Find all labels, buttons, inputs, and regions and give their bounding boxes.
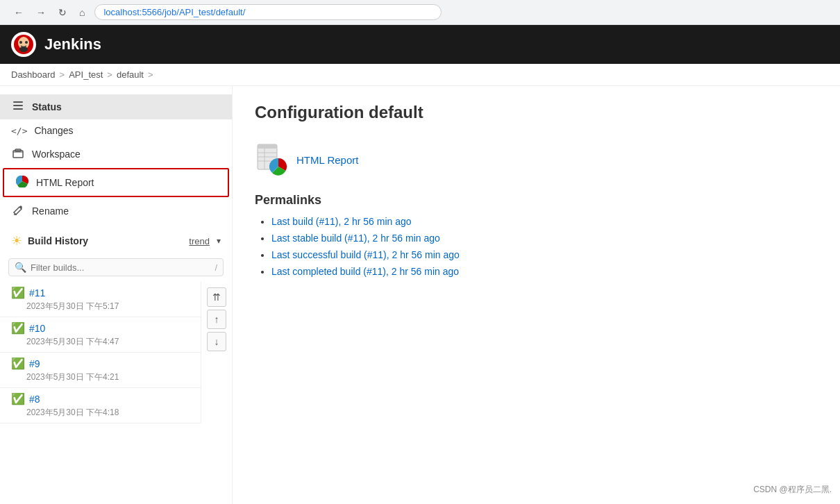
report-icon — [255, 143, 288, 176]
svg-rect-6 — [13, 105, 23, 106]
build-num-label-9: #9 — [29, 358, 40, 369]
build-status-success-icon-8: ✅ — [11, 392, 25, 405]
chevron-down-icon: ▾ — [217, 236, 221, 246]
breadcrumb-dashboard[interactable]: Dashboard — [11, 69, 56, 80]
build-number-10: ✅ #10 — [11, 321, 190, 335]
build-item-10[interactable]: ✅ #10 2023年5月30日 下午4:47 — [0, 317, 201, 353]
scroll-up-button[interactable]: ↑ — [207, 310, 226, 329]
permalink-item-2: Last successful build (#11), 2 hr 56 min… — [271, 249, 818, 260]
svg-point-4 — [25, 41, 28, 44]
rename-icon — [11, 204, 25, 218]
address-bar[interactable]: localhost:5566/job/API_test/default/ — [94, 4, 442, 20]
breadcrumb-sep-2: > — [107, 69, 112, 80]
permalink-item-1: Last stable build (#11), 2 hr 56 min ago — [271, 233, 818, 244]
filter-builds-input[interactable] — [31, 262, 215, 273]
build-date-9: 2023年5月30日 下午4:21 — [26, 371, 190, 383]
scroll-down-button[interactable]: ↓ — [207, 332, 226, 351]
sidebar-item-workspace[interactable]: Workspace — [0, 142, 232, 167]
browser-bar: ← → ↻ ⌂ localhost:5566/job/API_test/defa… — [0, 0, 840, 25]
build-number-8: ✅ #8 — [11, 392, 190, 405]
workspace-icon — [11, 147, 25, 161]
jenkins-title: Jenkins — [44, 35, 101, 53]
sidebar-label-changes: Changes — [34, 125, 73, 136]
html-report-icon — [15, 175, 29, 190]
html-report-link[interactable]: HTML Report — [296, 154, 358, 166]
build-date-8: 2023年5月30日 下午4:18 — [26, 407, 190, 419]
build-num-label: #11 — [29, 287, 45, 299]
build-history-header: ☀ Build History trend ▾ — [0, 226, 232, 255]
svg-rect-7 — [13, 108, 23, 110]
breadcrumb-default[interactable]: default — [117, 69, 144, 80]
sidebar-label-rename: Rename — [32, 205, 69, 217]
build-item-9[interactable]: ✅ #9 2023年5月30日 下午4:21 — [0, 353, 201, 388]
trend-link[interactable]: trend — [189, 236, 210, 246]
breadcrumb: Dashboard > API_test > default > — [0, 64, 840, 86]
filter-builds-container: 🔍 / — [8, 258, 224, 276]
build-item-8[interactable]: ✅ #8 2023年5月30日 下午4:18 — [0, 388, 201, 423]
sidebar-label-html-report: HTML Report — [36, 177, 94, 188]
search-icon: 🔍 — [15, 262, 26, 273]
sidebar-label-workspace: Workspace — [32, 149, 81, 160]
permalinks-title: Permalinks — [255, 193, 818, 208]
jenkins-header: Jenkins — [0, 25, 840, 64]
build-date-11: 2023年5月30日 下午5:17 — [26, 301, 190, 312]
nav-back-button[interactable]: ← — [11, 6, 26, 19]
jenkins-logo — [11, 32, 36, 57]
breadcrumb-sep-3: > — [148, 69, 153, 80]
builds-area: ✅ #11 2023年5月30日 下午5:17 ✅ #10 2023年5月30日… — [0, 282, 232, 423]
build-status-success-icon: ✅ — [11, 286, 25, 299]
build-history-title: Build History — [28, 235, 183, 246]
build-number-9: ✅ #9 — [11, 357, 190, 370]
content-area: Configuration default — [233, 86, 840, 504]
builds-list: ✅ #11 2023年5月30日 下午5:17 ✅ #10 2023年5月30日… — [0, 282, 201, 423]
build-item-11[interactable]: ✅ #11 2023年5月30日 下午5:17 — [0, 282, 201, 317]
sidebar: Status </> Changes Workspace — [0, 86, 233, 504]
changes-icon: </> — [11, 126, 27, 136]
scroll-top-button[interactable]: ⇈ — [207, 287, 226, 307]
sidebar-item-status[interactable]: Status — [0, 94, 232, 119]
build-num-label-8: #8 — [29, 394, 40, 405]
sidebar-label-status: Status — [32, 101, 62, 112]
build-num-label-10: #10 — [29, 323, 45, 334]
build-status-success-icon-9: ✅ — [11, 357, 25, 370]
nav-forward-button[interactable]: → — [33, 6, 49, 19]
build-history-sun-icon: ☀ — [11, 233, 22, 249]
page-title: Configuration default — [255, 103, 818, 122]
nav-refresh-button[interactable]: ↻ — [56, 6, 69, 19]
permalinks-list: Last build (#11), 2 hr 56 min ago Last s… — [255, 216, 818, 277]
permalink-link-1[interactable]: Last stable build (#11), 2 hr 56 min ago — [271, 233, 440, 244]
permalink-item-0: Last build (#11), 2 hr 56 min ago — [271, 216, 818, 227]
build-date-10: 2023年5月30日 下午4:47 — [26, 336, 190, 348]
watermark: CSDN @程序员二黑. — [753, 484, 832, 496]
build-status-success-icon-10: ✅ — [11, 321, 25, 335]
svg-point-3 — [19, 41, 22, 44]
scroll-buttons: ⇈ ↑ ↓ — [201, 282, 232, 423]
sidebar-item-rename[interactable]: Rename — [0, 199, 232, 224]
build-number-11: ✅ #11 — [11, 286, 190, 299]
permalink-link-2[interactable]: Last successful build (#11), 2 hr 56 min… — [271, 249, 460, 260]
main-layout: Status </> Changes Workspace — [0, 86, 840, 504]
filter-shortcut: / — [215, 262, 217, 273]
sidebar-item-changes[interactable]: </> Changes — [0, 119, 232, 142]
svg-rect-5 — [13, 101, 23, 103]
html-report-section: HTML Report — [255, 143, 818, 176]
nav-home-button[interactable]: ⌂ — [76, 6, 87, 19]
permalink-link-0[interactable]: Last build (#11), 2 hr 56 min ago — [271, 216, 412, 227]
permalink-link-3[interactable]: Last completed build (#11), 2 hr 56 min … — [271, 266, 459, 277]
permalink-item-3: Last completed build (#11), 2 hr 56 min … — [271, 266, 818, 277]
svg-rect-13 — [258, 144, 277, 149]
breadcrumb-api-test[interactable]: API_test — [69, 69, 103, 80]
sidebar-item-html-report[interactable]: HTML Report — [3, 168, 229, 197]
status-icon — [11, 100, 25, 114]
breadcrumb-sep-1: > — [60, 69, 65, 80]
